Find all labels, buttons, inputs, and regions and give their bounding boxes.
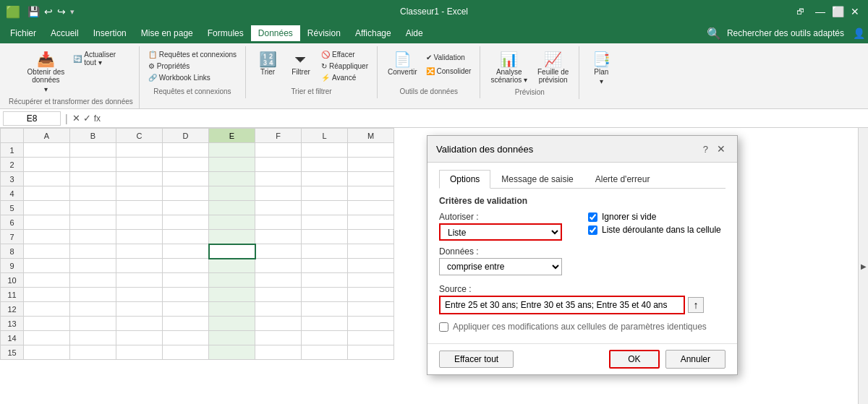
- cell-M15[interactable]: [348, 345, 394, 360]
- validation-dialog[interactable]: Validation des données ? ✕ Options Messa…: [427, 135, 738, 375]
- cell-E1[interactable]: [209, 143, 255, 158]
- cell-C15[interactable]: [116, 345, 163, 360]
- cell-D5[interactable]: [163, 201, 209, 215]
- cell-L5[interactable]: [302, 201, 348, 215]
- col-header-a[interactable]: A: [24, 129, 70, 143]
- cell-L8[interactable]: [302, 244, 348, 259]
- cell-L15[interactable]: [302, 345, 348, 360]
- cell-A2[interactable]: [24, 158, 70, 172]
- menu-mise-en-page[interactable]: Mise en page: [134, 25, 200, 41]
- cell-C7[interactable]: [116, 230, 163, 244]
- tab-options[interactable]: Options: [439, 170, 490, 189]
- cell-F4[interactable]: [255, 186, 302, 201]
- cell-C14[interactable]: [116, 331, 163, 345]
- cell-M13[interactable]: [348, 317, 394, 331]
- cell-D6[interactable]: [163, 215, 209, 230]
- effacer-tout-btn[interactable]: Effacer tout: [439, 351, 514, 368]
- insert-function-icon[interactable]: fx: [94, 113, 101, 124]
- cell-M7[interactable]: [348, 230, 394, 244]
- scroll-right[interactable]: ▶: [858, 128, 868, 404]
- cell-D9[interactable]: [163, 259, 209, 273]
- cell-L11[interactable]: [302, 288, 348, 302]
- cell-A4[interactable]: [24, 186, 70, 201]
- menu-fichier[interactable]: Fichier: [3, 25, 43, 41]
- cell-B11[interactable]: [70, 288, 116, 302]
- cell-B6[interactable]: [70, 215, 116, 230]
- ribbon-btn-workbook[interactable]: 🔗 Workbook Links: [145, 72, 213, 83]
- cell-E10[interactable]: [209, 273, 255, 288]
- cell-E3[interactable]: [209, 172, 255, 186]
- menu-insertion[interactable]: Insertion: [86, 25, 134, 41]
- cell-M5[interactable]: [348, 201, 394, 215]
- cell-D4[interactable]: [163, 186, 209, 201]
- cell-C13[interactable]: [116, 317, 163, 331]
- cancel-formula-icon[interactable]: ✕: [72, 113, 80, 124]
- cell-F1[interactable]: [255, 143, 302, 158]
- cell-B14[interactable]: [70, 331, 116, 345]
- ribbon-btn-feuille-prevision[interactable]: 📈 Feuille deprévision: [533, 49, 573, 87]
- cell-D13[interactable]: [163, 317, 209, 331]
- cell-M10[interactable]: [348, 273, 394, 288]
- ribbon-btn-trier[interactable]: 🔢 Trier: [252, 49, 284, 79]
- checkbox-ignorer-input[interactable]: [588, 212, 597, 222]
- ribbon-btn-reappliquer[interactable]: ↻ Réappliquer: [318, 61, 371, 72]
- menu-accueil[interactable]: Accueil: [43, 25, 86, 41]
- search-input-label[interactable]: Rechercher des outils adaptés: [727, 28, 844, 38]
- cell-C8[interactable]: [116, 244, 163, 259]
- cell-D8[interactable]: [163, 244, 209, 259]
- cell-F5[interactable]: [255, 201, 302, 215]
- cell-B4[interactable]: [70, 186, 116, 201]
- maximize-btn[interactable]: ⬜: [830, 4, 845, 19]
- cell-B7[interactable]: [70, 230, 116, 244]
- formula-input[interactable]: [103, 112, 865, 125]
- cell-D10[interactable]: [163, 273, 209, 288]
- cell-L4[interactable]: [302, 186, 348, 201]
- cell-A13[interactable]: [24, 317, 70, 331]
- cell-B5[interactable]: [70, 201, 116, 215]
- cell-E2[interactable]: [209, 158, 255, 172]
- cell-B10[interactable]: [70, 273, 116, 288]
- cell-L2[interactable]: [302, 158, 348, 172]
- cell-A11[interactable]: [24, 288, 70, 302]
- autoriser-select[interactable]: Liste: [439, 223, 562, 241]
- cell-E15[interactable]: [209, 345, 255, 360]
- cell-C12[interactable]: [116, 302, 163, 317]
- cell-D3[interactable]: [163, 172, 209, 186]
- cell-B2[interactable]: [70, 158, 116, 172]
- cell-M4[interactable]: [348, 186, 394, 201]
- checkbox-liste-input[interactable]: [588, 225, 597, 235]
- cell-ref-input[interactable]: [3, 111, 61, 126]
- cell-C3[interactable]: [116, 172, 163, 186]
- cell-A9[interactable]: [24, 259, 70, 273]
- profile-icon[interactable]: 👤: [853, 27, 865, 39]
- cell-C9[interactable]: [116, 259, 163, 273]
- apply-checkbox[interactable]: [439, 322, 448, 332]
- col-header-e[interactable]: E: [209, 129, 255, 143]
- source-collapse-btn[interactable]: ↑: [688, 297, 704, 313]
- cell-M8[interactable]: [348, 244, 394, 259]
- customize-icon[interactable]: ▾: [70, 7, 75, 17]
- confirm-formula-icon[interactable]: ✓: [83, 113, 91, 124]
- cell-F12[interactable]: [255, 302, 302, 317]
- ribbon-btn-avance[interactable]: ⚡ Avancé: [318, 72, 359, 83]
- cell-B15[interactable]: [70, 345, 116, 360]
- cell-M6[interactable]: [348, 215, 394, 230]
- cell-B1[interactable]: [70, 143, 116, 158]
- cell-B8[interactable]: [70, 244, 116, 259]
- dialog-close-btn[interactable]: ✕: [714, 142, 728, 156]
- cell-A6[interactable]: [24, 215, 70, 230]
- cell-C5[interactable]: [116, 201, 163, 215]
- ribbon-collapse-icon[interactable]: 🗗: [796, 7, 804, 16]
- cell-D14[interactable]: [163, 331, 209, 345]
- cell-A15[interactable]: [24, 345, 70, 360]
- ribbon-btn-requetes[interactable]: 📋 Requêtes et connexions: [145, 49, 239, 60]
- menu-donnees[interactable]: Données: [251, 25, 300, 41]
- cell-M12[interactable]: [348, 302, 394, 317]
- minimize-btn[interactable]: —: [813, 4, 827, 19]
- cell-A7[interactable]: [24, 230, 70, 244]
- col-header-m[interactable]: M: [348, 129, 394, 143]
- ribbon-btn-validation[interactable]: ✔ Validation: [423, 52, 468, 63]
- source-input[interactable]: [439, 296, 685, 314]
- ribbon-btn-filtrer[interactable]: ⏷ Filtrer: [285, 49, 317, 79]
- cell-M9[interactable]: [348, 259, 394, 273]
